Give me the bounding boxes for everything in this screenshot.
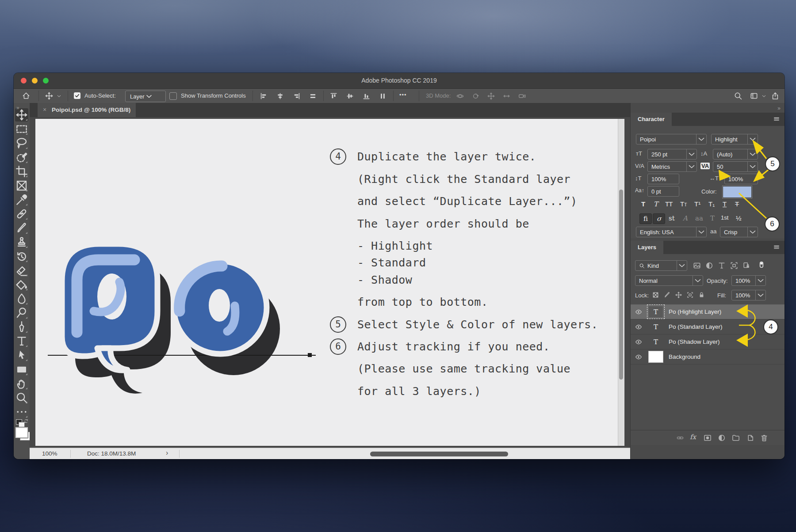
stylistic-alternates-toggle[interactable]: aa [695, 214, 703, 222]
chevron-down-icon[interactable] [747, 149, 758, 159]
chevron-down-icon[interactable] [747, 227, 758, 237]
font-size-field[interactable]: 250 pt [647, 149, 697, 160]
panel-menu-icon[interactable] [773, 244, 781, 251]
layer-row-background[interactable]: Background [631, 350, 785, 365]
blur-tool[interactable] [15, 292, 28, 305]
toolbar-overflow-chevrons[interactable]: » [16, 105, 19, 111]
frame-tool[interactable] [15, 179, 28, 192]
tracking-field[interactable]: 50 [713, 161, 758, 172]
chevron-down-icon[interactable] [747, 162, 758, 171]
link-layers-icon[interactable] [676, 433, 685, 442]
path-select-tool[interactable] [15, 349, 28, 362]
horizontal-scale-field[interactable]: 100% [724, 174, 758, 184]
filter-pixel-layers-icon[interactable] [693, 261, 701, 270]
dodge-tool[interactable] [15, 306, 28, 319]
new-layer-icon[interactable] [746, 433, 754, 442]
baseline-shift-field[interactable]: 0 pt [647, 186, 679, 197]
chevron-down-icon[interactable] [747, 134, 758, 144]
panel-collapse-chevrons[interactable]: » [777, 105, 781, 111]
foreground-color-swatch[interactable] [15, 427, 28, 438]
vertical-scrollbar-thumb[interactable] [619, 190, 623, 380]
auto-select-target-dropdown[interactable]: Layer [125, 91, 166, 102]
chevron-down-icon[interactable] [696, 227, 706, 237]
status-chevron-icon[interactable]: › [166, 449, 168, 457]
quick-select-tool[interactable] [15, 151, 28, 164]
language-field[interactable]: English: USA [636, 227, 707, 237]
zoom-level[interactable]: 100% [42, 450, 57, 457]
crop-tool[interactable] [15, 165, 28, 178]
titling-alternates-toggle[interactable]: T [710, 214, 715, 222]
show-transform-checkbox[interactable] [169, 92, 177, 100]
align-left-edges-icon[interactable] [260, 92, 268, 100]
history-brush-tool[interactable] [15, 250, 28, 263]
ligatures-toggle[interactable]: fi [639, 213, 652, 224]
brush-tool[interactable] [15, 221, 28, 235]
lasso-tool[interactable] [15, 137, 28, 150]
kerning-field[interactable]: Metrics [647, 161, 697, 172]
chevron-down-icon[interactable] [677, 261, 687, 270]
visibility-eye-icon[interactable] [635, 323, 642, 331]
gradient-tool[interactable] [15, 278, 28, 291]
distribute-vertical-icon[interactable] [379, 92, 387, 100]
text-color-swatch[interactable] [723, 186, 752, 198]
delete-layer-icon[interactable] [760, 433, 769, 442]
zoom-tool[interactable] [15, 391, 28, 404]
healing-brush-tool[interactable] [15, 207, 28, 220]
vertical-scale-field[interactable]: 100% [647, 174, 679, 184]
font-family-field[interactable]: Poipoi [636, 134, 707, 144]
layer-thumbnail[interactable]: T [648, 321, 663, 333]
align-horizontal-centers-icon[interactable] [276, 92, 284, 100]
share-icon[interactable] [771, 91, 780, 100]
layer-thumbnail[interactable]: T [648, 306, 663, 318]
3d-roll-icon[interactable] [471, 92, 480, 100]
faux-bold-toggle[interactable]: T [641, 200, 645, 208]
fill-field[interactable]: 100% [731, 290, 766, 300]
superscript-toggle[interactable]: T¹ [694, 200, 700, 208]
chevron-down-icon[interactable] [755, 290, 765, 300]
contextual-alternates-toggle[interactable]: σ [653, 213, 665, 224]
chevron-down-icon[interactable] [686, 162, 696, 171]
underline-toggle[interactable]: T [723, 200, 727, 208]
document-tab[interactable]: × Poipoi.psd @ 100% (RGB/8) [38, 103, 136, 117]
opacity-field[interactable]: 100% [731, 275, 766, 286]
align-vertical-centers-icon[interactable] [346, 92, 354, 100]
panel-menu-icon[interactable] [773, 116, 781, 122]
layer-row-standard[interactable]: T Po (Standard Layer) [631, 319, 785, 334]
filter-type-layers-icon[interactable] [717, 261, 726, 270]
close-tab-icon[interactable]: × [43, 106, 46, 113]
antialias-field[interactable]: Crisp [720, 227, 758, 237]
all-caps-toggle[interactable]: TT [665, 200, 672, 208]
lock-artboard-icon[interactable] [686, 291, 694, 299]
vertical-scrollbar[interactable] [618, 119, 624, 446]
eyedropper-tool[interactable] [15, 193, 28, 206]
pen-tool[interactable] [15, 320, 28, 334]
lock-all-icon[interactable] [698, 291, 705, 299]
workspace-switcher-icon[interactable] [750, 91, 758, 100]
swash-toggle[interactable]: A [683, 214, 688, 222]
visibility-eye-icon[interactable] [635, 308, 642, 315]
layer-row-shadow[interactable]: T Po (Shadow Layer) [631, 334, 785, 350]
chevron-down-icon[interactable] [696, 134, 706, 144]
new-group-icon[interactable] [731, 433, 740, 442]
canvas[interactable]: 4Duplicate the layer twice. (Right click… [35, 119, 624, 446]
small-caps-toggle[interactable]: TT [680, 200, 687, 208]
layer-filter-field[interactable]: Kind [635, 260, 687, 271]
auto-select-checkbox[interactable] [74, 92, 80, 99]
visibility-eye-icon[interactable] [635, 353, 642, 361]
leading-field[interactable]: (Auto) [713, 149, 758, 160]
search-icon[interactable] [734, 91, 742, 100]
chevron-down-icon[interactable] [693, 276, 703, 285]
clone-stamp-tool[interactable] [15, 236, 28, 249]
swap-colors-icon[interactable] [23, 418, 29, 424]
ordinals-toggle[interactable]: 1st [721, 214, 728, 221]
fractions-toggle[interactable]: ½ [736, 214, 742, 222]
font-style-field[interactable]: Highlight [711, 134, 758, 144]
filter-shape-layers-icon[interactable] [730, 261, 739, 270]
align-top-edges-icon[interactable] [329, 92, 338, 100]
visibility-eye-icon[interactable] [635, 338, 642, 346]
adjustment-layer-icon[interactable] [717, 433, 726, 442]
layer-thumbnail[interactable]: T [648, 336, 663, 348]
edit-toolbar-icon[interactable] [15, 405, 28, 418]
move-tool-options-icon[interactable] [45, 91, 54, 100]
tab-character[interactable]: Character [631, 113, 672, 126]
